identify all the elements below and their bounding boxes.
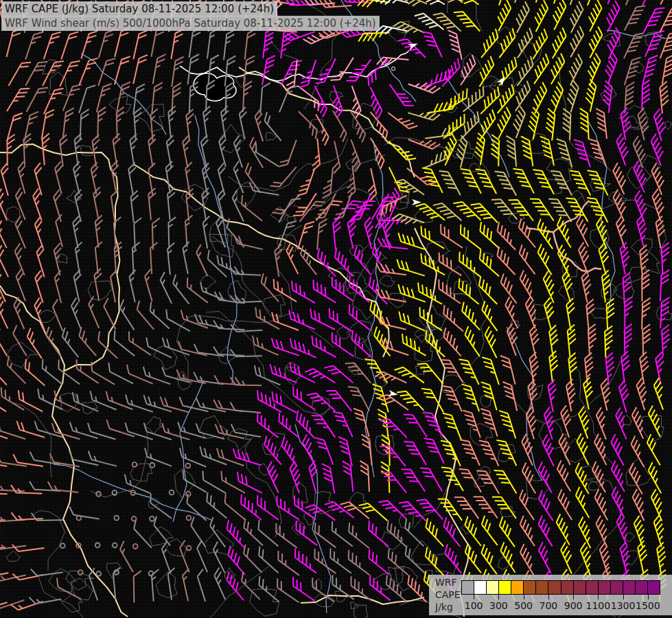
legend-tick-label: 500 — [514, 600, 533, 611]
legend-tick — [573, 595, 574, 599]
legend-tick — [474, 595, 474, 599]
legend-cell-8 — [561, 581, 574, 594]
legend-cell-6 — [536, 581, 548, 594]
weather-map-stage: WRF CAPE (J/kg) Saturday 08-11-2025 12:0… — [0, 0, 672, 618]
legend-label-model: WRF — [435, 576, 461, 588]
legend-tick-label: 100 — [465, 600, 483, 611]
legend-tick — [524, 595, 524, 599]
weather-map — [0, 0, 672, 618]
legend-label-units: J/kg — [435, 601, 461, 613]
legend-tick — [648, 595, 649, 599]
legend-cell-4 — [511, 581, 524, 594]
cape-legend-labels: WRF CAPE J/kg — [435, 576, 461, 613]
legend-tick-label: 1500 — [636, 600, 660, 611]
map-title-windshear-text: WRF Wind shear (m/s) 500/1000hPa Saturda… — [5, 17, 376, 30]
legend-tick-label: 700 — [540, 600, 558, 611]
legend-tick-label: 1300 — [611, 600, 636, 611]
map-title-cape: WRF CAPE (J/kg) Saturday 08-11-2025 12:0… — [1, 1, 277, 16]
legend-tick-label: 900 — [564, 600, 583, 611]
legend-cell-0 — [462, 581, 474, 594]
legend-tick — [623, 595, 624, 599]
legend-cell-5 — [524, 581, 536, 594]
legend-cell-13 — [623, 581, 636, 594]
legend-tick — [548, 595, 549, 599]
legend-cell-2 — [487, 581, 499, 594]
legend-cell-1 — [474, 581, 487, 594]
legend-tick-label: 300 — [489, 600, 508, 611]
legend-cell-12 — [611, 581, 623, 594]
cape-legend: WRF CAPE J/kg 10030050070090011001300150… — [429, 575, 672, 615]
legend-tick-label: 1100 — [586, 600, 611, 611]
cape-colorbar — [461, 580, 660, 595]
map-title-windshear: WRF Wind shear (m/s) 500/1000hPa Saturda… — [1, 16, 380, 31]
legend-cell-7 — [548, 581, 561, 594]
legend-cell-10 — [586, 581, 599, 594]
legend-cell-3 — [499, 581, 511, 594]
legend-tick — [598, 595, 599, 599]
map-title-cape-text: WRF CAPE (J/kg) Saturday 08-11-2025 12:0… — [5, 3, 274, 15]
legend-cell-11 — [599, 581, 611, 594]
legend-label-variable: CAPE — [435, 588, 461, 601]
lake — [392, 67, 395, 71]
legend-cell-14 — [636, 581, 648, 594]
legend-cell-15 — [648, 581, 660, 594]
legend-tick — [498, 595, 499, 599]
legend-cell-9 — [574, 581, 586, 594]
